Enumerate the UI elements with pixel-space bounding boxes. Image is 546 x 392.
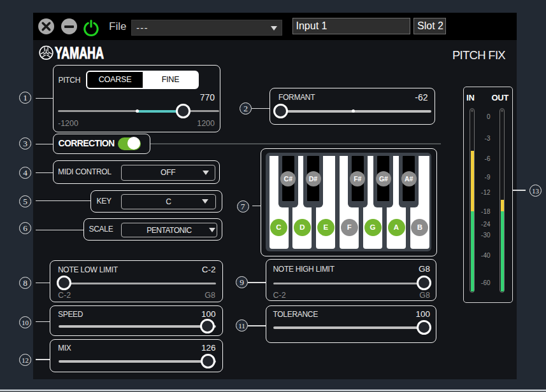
svg-text:YAMAHA: YAMAHA xyxy=(55,45,104,62)
